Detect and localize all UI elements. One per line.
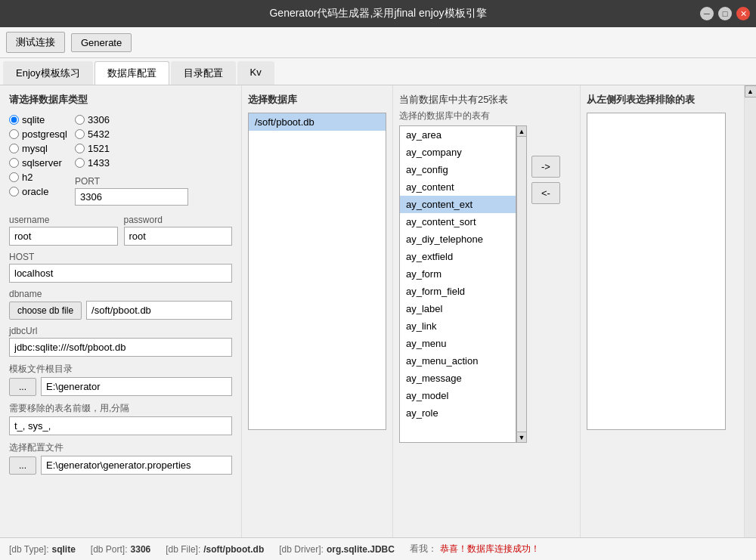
prefix-remove-input[interactable] bbox=[9, 416, 232, 435]
table-list-item[interactable]: ay_form bbox=[400, 265, 516, 283]
radio-oracle-input[interactable] bbox=[9, 187, 19, 196]
radio-sqlite[interactable]: sqlite bbox=[9, 113, 67, 127]
radio-sqlite-label: sqlite bbox=[22, 114, 45, 125]
radio-oracle[interactable]: oracle bbox=[9, 184, 67, 199]
username-input[interactable] bbox=[9, 227, 118, 246]
password-input[interactable] bbox=[124, 227, 233, 246]
port-1521-label: 1521 bbox=[88, 143, 110, 154]
status-db-driver-label: [db Driver]: bbox=[279, 544, 324, 555]
template-dir-label: 模板文件根目录 bbox=[9, 363, 232, 376]
jdbc-group: jdbcUrl bbox=[9, 326, 232, 357]
scroll-track bbox=[517, 137, 526, 432]
port-5432-radio[interactable] bbox=[75, 129, 85, 139]
port-1433-label: 1433 bbox=[88, 157, 110, 169]
credentials-row: username password bbox=[9, 215, 232, 246]
host-label: HOST bbox=[9, 252, 232, 262]
scroll-down-arrow[interactable]: ▼ bbox=[517, 432, 526, 442]
dbpath-input[interactable] bbox=[86, 301, 232, 320]
left-panel: 请选择数据库类型 sqlite postgresql mysql bbox=[0, 85, 242, 559]
dbname-label: dbname bbox=[9, 289, 232, 299]
radio-postgresql[interactable]: postgresql bbox=[9, 127, 67, 141]
prefix-remove-label: 需要移除的表名前缀，用,分隔 bbox=[9, 402, 232, 415]
tab-directory[interactable]: 目录配置 bbox=[171, 61, 236, 85]
close-button[interactable]: ✕ bbox=[736, 7, 750, 20]
radio-sqlserver[interactable]: sqlserver bbox=[9, 156, 67, 170]
arrow-left-button[interactable]: <- bbox=[531, 182, 560, 204]
port-input[interactable] bbox=[75, 188, 188, 206]
right-scroll-up[interactable]: ▲ bbox=[745, 85, 757, 97]
status-success: 看我： 恭喜！数据库连接成功！ bbox=[410, 543, 540, 555]
host-input[interactable] bbox=[9, 264, 232, 283]
select-db-title: 选择数据库 bbox=[248, 93, 386, 107]
tabs-bar: Enjoy模板练习 数据库配置 目录配置 Kv bbox=[0, 58, 756, 85]
excluded-list[interactable] bbox=[587, 113, 726, 430]
table-list-item[interactable]: ay_label bbox=[400, 300, 516, 317]
radio-h2[interactable]: h2 bbox=[9, 170, 67, 184]
table-list-item[interactable]: ay_link bbox=[400, 317, 516, 335]
port-section: PORT bbox=[75, 176, 188, 206]
arrow-buttons: -> <- bbox=[531, 156, 560, 204]
table-list-item[interactable]: ay_menu bbox=[400, 335, 516, 352]
table-list-item[interactable]: ay_content_sort bbox=[400, 213, 516, 230]
table-list-item[interactable]: ay_content_ext bbox=[400, 196, 516, 213]
tables-list[interactable]: ay_areaay_companyay_configay_contentay_c… bbox=[399, 125, 516, 443]
tables-header: 当前数据库中共有25张表 bbox=[399, 93, 574, 107]
radio-h2-input[interactable] bbox=[9, 172, 19, 182]
config-file-label: 选择配置文件 bbox=[9, 441, 232, 454]
table-list-item[interactable]: ay_config bbox=[400, 161, 516, 178]
radio-sqlite-input[interactable] bbox=[9, 115, 19, 125]
tab-kv[interactable]: Kv bbox=[237, 61, 274, 85]
radio-postgresql-input[interactable] bbox=[9, 129, 19, 139]
template-dir-input[interactable] bbox=[41, 377, 232, 396]
port-1433: 1433 bbox=[75, 156, 188, 170]
test-connection-button[interactable]: 测试连接 bbox=[6, 32, 65, 53]
template-dir-group: 模板文件根目录 ... bbox=[9, 363, 232, 396]
radio-mysql-input[interactable] bbox=[9, 144, 19, 153]
tab-database[interactable]: 数据库配置 bbox=[94, 61, 169, 85]
status-success-label: 看我： bbox=[410, 543, 437, 555]
radio-mysql[interactable]: mysql bbox=[9, 141, 67, 156]
select-db-panel: 选择数据库 /soft/pboot.db bbox=[242, 85, 393, 559]
port-3306-label: 3306 bbox=[88, 114, 110, 125]
port-1521: 1521 bbox=[75, 141, 188, 156]
minimize-button[interactable]: ─ bbox=[700, 7, 714, 20]
table-list-item[interactable]: ay_role bbox=[400, 404, 516, 422]
config-file-input[interactable] bbox=[41, 456, 232, 475]
table-list-item[interactable]: ay_content bbox=[400, 178, 516, 196]
table-list-item[interactable]: ay_model bbox=[400, 387, 516, 404]
generate-button[interactable]: Generate bbox=[71, 33, 132, 52]
toolbar: 测试连接 Generate bbox=[0, 27, 756, 58]
table-list-item[interactable]: ay_menu_action bbox=[400, 352, 516, 370]
table-list-item[interactable]: ay_extfield bbox=[400, 248, 516, 265]
radio-mysql-label: mysql bbox=[22, 143, 48, 154]
db-select-list[interactable]: /soft/pboot.db bbox=[248, 113, 386, 430]
table-list-item[interactable]: ay_area bbox=[400, 126, 516, 144]
choose-db-button[interactable]: choose db file bbox=[9, 302, 82, 320]
port-1521-radio[interactable] bbox=[75, 144, 85, 153]
scroll-up-arrow[interactable]: ▲ bbox=[517, 126, 526, 137]
arrow-right-button[interactable]: -> bbox=[531, 156, 560, 178]
config-file-browse-button[interactable]: ... bbox=[9, 456, 36, 475]
dbname-row: choose db file bbox=[9, 301, 232, 320]
template-dir-browse-button[interactable]: ... bbox=[9, 378, 36, 396]
table-list-item[interactable]: ay_form_field bbox=[400, 283, 516, 300]
tables-scrollbar[interactable]: ▲ ▼ bbox=[516, 125, 527, 443]
window-controls: ─ □ ✕ bbox=[700, 7, 750, 20]
port-1433-radio[interactable] bbox=[75, 158, 85, 168]
radio-sqlserver-input[interactable] bbox=[9, 158, 19, 168]
status-success-value: 恭喜！数据库连接成功！ bbox=[440, 543, 540, 555]
port-3306-radio[interactable] bbox=[75, 115, 85, 125]
db-list-item[interactable]: /soft/pboot.db bbox=[249, 113, 386, 131]
maximize-button[interactable]: □ bbox=[718, 7, 732, 20]
right-scroll-track bbox=[745, 97, 756, 547]
tab-enjoy[interactable]: Enjoy模板练习 bbox=[3, 61, 93, 85]
radio-oracle-label: oracle bbox=[22, 186, 48, 197]
table-list-item[interactable]: ay_company bbox=[400, 144, 516, 161]
host-group: HOST bbox=[9, 252, 232, 283]
table-list-item[interactable]: ay_message bbox=[400, 370, 516, 387]
config-file-row: ... bbox=[9, 456, 232, 475]
status-db-file-value: /soft/pboot.db bbox=[203, 544, 264, 555]
jdbc-label: jdbcUrl bbox=[9, 326, 232, 336]
table-list-item[interactable]: ay_diy_telephone bbox=[400, 230, 516, 248]
jdbc-input[interactable] bbox=[9, 338, 232, 357]
